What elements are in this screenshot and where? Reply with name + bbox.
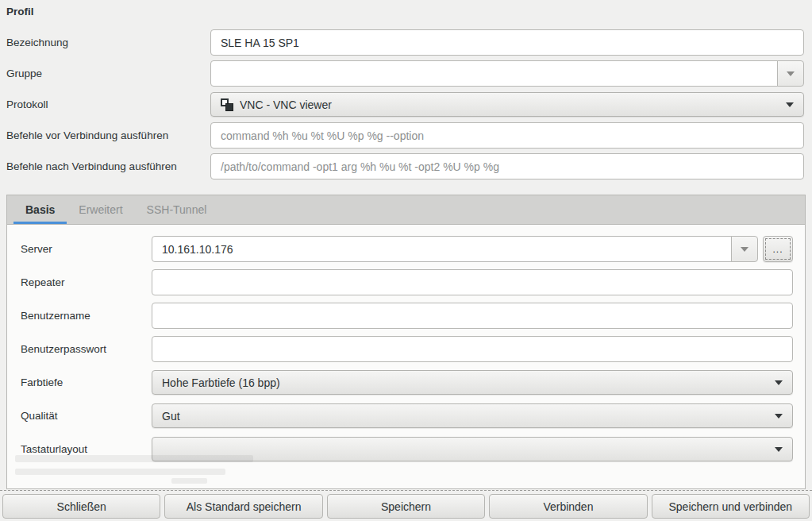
chevron-down-icon (775, 380, 783, 385)
connect-button[interactable]: Verbinden (489, 494, 647, 519)
partially-scrolled-row (15, 455, 253, 462)
profile-section: Profil Bezeichnung Gruppe Protokoll VNC … (6, 6, 804, 184)
save-as-default-button[interactable]: Als Standard speichern (164, 494, 322, 519)
username-label: Benutzername (21, 310, 152, 322)
postcommand-input[interactable] (210, 153, 804, 179)
group-label: Gruppe (6, 68, 210, 79)
color-depth-label: Farbtiefe (21, 376, 152, 388)
protocol-dropdown[interactable]: VNC - VNC viewer (210, 92, 804, 117)
quality-dropdown[interactable]: Gut (152, 403, 793, 428)
repeater-label: Repeater (21, 276, 152, 288)
row-protocol: Protokoll VNC - VNC viewer (6, 91, 804, 118)
save-button[interactable]: Speichern (327, 494, 485, 519)
action-bar: Schließen Als Standard speichern Speiche… (2, 494, 810, 519)
section-title: Profil (6, 6, 804, 17)
chevron-down-icon (786, 102, 794, 107)
tab-basic[interactable]: Basis (13, 195, 67, 224)
settings-notebook: Basis Erweitert SSH-Tunnel Server ... Re… (6, 195, 806, 489)
partially-scrolled-row (171, 478, 207, 484)
server-browse-button[interactable]: ... (763, 236, 793, 262)
save-and-connect-button[interactable]: Speichern und verbinden (652, 494, 810, 519)
close-button[interactable]: Schließen (2, 494, 160, 519)
row-postcommand: Befehle nach Verbindung ausführen (6, 153, 804, 179)
postcommand-label: Befehle nach Verbindung ausführen (6, 160, 210, 172)
group-input[interactable] (210, 60, 778, 87)
chevron-down-icon (775, 447, 783, 452)
server-dropdown-button[interactable] (731, 236, 758, 262)
chevron-down-icon (787, 71, 795, 76)
name-input[interactable] (210, 29, 804, 56)
precommand-label: Befehle vor Verbindung ausführen (6, 129, 210, 141)
vnc-protocol-icon (221, 98, 233, 111)
password-input[interactable] (152, 336, 793, 362)
name-label: Bezeichnung (6, 37, 210, 48)
row-password: Benutzerpasswort (21, 336, 793, 362)
partially-scrolled-row (15, 469, 225, 475)
keyboard-layout-label: Tastaturlayout (21, 443, 152, 455)
protocol-label: Protokoll (6, 98, 210, 110)
row-repeater: Repeater (21, 269, 793, 295)
password-label: Benutzerpasswort (21, 343, 152, 355)
group-dropdown-button[interactable] (777, 60, 804, 87)
tab-ssh-tunnel[interactable]: SSH-Tunnel (135, 195, 219, 224)
server-input[interactable] (152, 236, 732, 262)
server-label: Server (21, 243, 152, 255)
row-username: Benutzername (21, 303, 793, 329)
protocol-value: VNC - VNC viewer (240, 98, 786, 111)
chevron-down-icon (741, 247, 749, 252)
basic-tab-content: Server ... Repeater Benutzername Benutze… (7, 225, 805, 462)
row-group: Gruppe (6, 60, 804, 87)
tab-bar: Basis Erweitert SSH-Tunnel (7, 195, 805, 225)
row-precommand: Befehle vor Verbindung ausführen (6, 122, 804, 149)
scroll-edge-separator (0, 490, 812, 491)
row-color-depth: Farbtiefe Hohe Farbtiefe (16 bpp) (21, 369, 793, 396)
color-depth-dropdown[interactable]: Hohe Farbtiefe (16 bpp) (152, 370, 793, 395)
row-name: Bezeichnung (6, 29, 804, 56)
row-server: Server ... (21, 236, 793, 262)
quality-label: Qualität (21, 410, 152, 422)
quality-value: Gut (162, 410, 775, 423)
username-input[interactable] (152, 303, 793, 329)
color-depth-value: Hohe Farbtiefe (16 bpp) (162, 376, 775, 389)
row-quality: Qualität Gut (21, 403, 793, 429)
chevron-down-icon (775, 414, 783, 419)
repeater-input[interactable] (152, 269, 793, 295)
tab-advanced[interactable]: Erweitert (67, 195, 134, 224)
precommand-input[interactable] (210, 122, 804, 149)
